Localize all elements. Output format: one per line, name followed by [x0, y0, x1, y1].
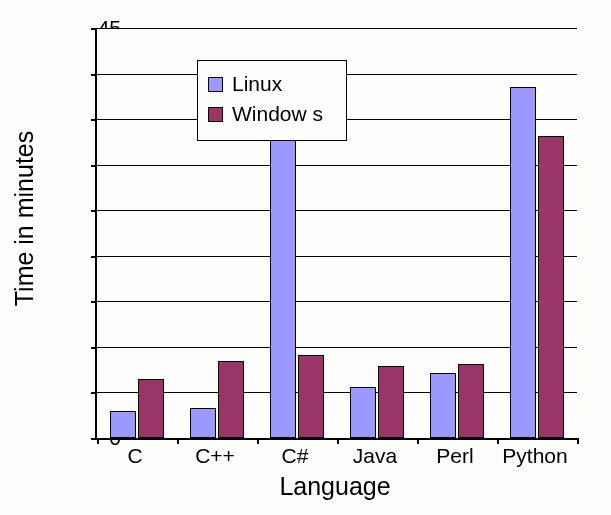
- x-axis-title: Language: [279, 472, 390, 501]
- legend: Linux Window s: [197, 60, 347, 141]
- x-tick-mark: [97, 438, 99, 444]
- grid-line: [97, 301, 577, 302]
- x-tick-label: Python: [502, 444, 567, 468]
- bar-linux: [350, 387, 376, 438]
- y-tick-mark: [91, 165, 97, 167]
- legend-item-windows: Window s: [208, 99, 336, 129]
- x-tick-mark: [417, 438, 419, 444]
- grid-line: [97, 347, 577, 348]
- bar-windows: [378, 366, 404, 438]
- x-tick-mark: [497, 438, 499, 444]
- bar-linux: [190, 408, 216, 438]
- x-tick-mark: [337, 438, 339, 444]
- grid-line: [97, 165, 577, 166]
- bar-chart: Time in minutes 051015202530354045 CC++C…: [0, 0, 611, 515]
- x-tick-mark: [257, 438, 259, 444]
- legend-label-linux: Linux: [232, 69, 282, 99]
- y-tick-mark: [91, 119, 97, 121]
- bar-windows: [538, 136, 564, 438]
- x-tick-label: Java: [353, 444, 397, 468]
- y-tick-mark: [91, 301, 97, 303]
- legend-label-windows: Window s: [232, 99, 323, 129]
- grid-line: [97, 392, 577, 393]
- x-tick-label: C++: [195, 444, 235, 468]
- grid-line: [97, 28, 577, 29]
- y-tick-mark: [91, 256, 97, 258]
- legend-swatch-linux: [208, 77, 223, 92]
- x-tick-label: C#: [282, 444, 309, 468]
- y-tick-mark: [91, 74, 97, 76]
- bar-windows: [458, 364, 484, 438]
- bar-windows: [138, 379, 164, 438]
- legend-item-linux: Linux: [208, 69, 336, 99]
- y-axis-title: Time in minutes: [10, 43, 39, 219]
- x-tick-mark: [177, 438, 179, 444]
- y-tick-mark: [91, 347, 97, 349]
- bar-linux: [510, 87, 536, 438]
- y-tick-mark: [91, 392, 97, 394]
- y-tick-mark: [91, 28, 97, 30]
- bar-windows: [218, 361, 244, 438]
- legend-swatch-windows: [208, 107, 223, 122]
- grid-line: [97, 210, 577, 211]
- x-tick-label: Perl: [436, 444, 473, 468]
- bar-linux: [110, 411, 136, 438]
- x-tick-mark: [577, 438, 579, 444]
- y-tick-mark: [91, 210, 97, 212]
- bar-linux: [430, 373, 456, 438]
- grid-line: [97, 256, 577, 257]
- bar-linux: [270, 133, 296, 438]
- x-tick-label: C: [127, 444, 142, 468]
- bar-windows: [298, 355, 324, 438]
